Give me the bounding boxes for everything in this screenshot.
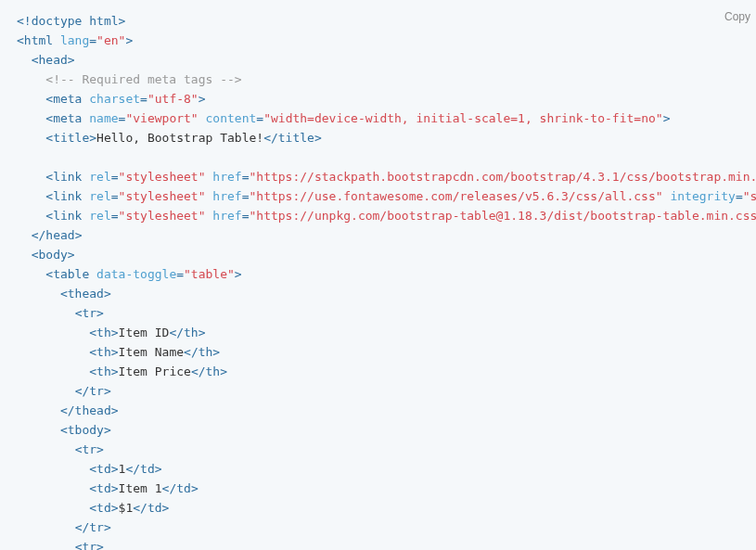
table-tag: table: [53, 267, 89, 281]
doctype: <!doctype html>: [17, 14, 125, 28]
title-tag: title: [53, 131, 89, 145]
comment: <!-- Required meta tags -->: [45, 72, 241, 86]
link-tag: link: [53, 170, 82, 184]
copy-button[interactable]: Copy: [719, 6, 756, 29]
head-tag: head: [38, 53, 67, 67]
code-block: <!doctype html> <html lang="en"> <head> …: [17, 11, 756, 550]
meta-tag: meta: [53, 92, 82, 106]
body-tag: body: [38, 248, 67, 262]
html-tag: html: [24, 33, 53, 47]
